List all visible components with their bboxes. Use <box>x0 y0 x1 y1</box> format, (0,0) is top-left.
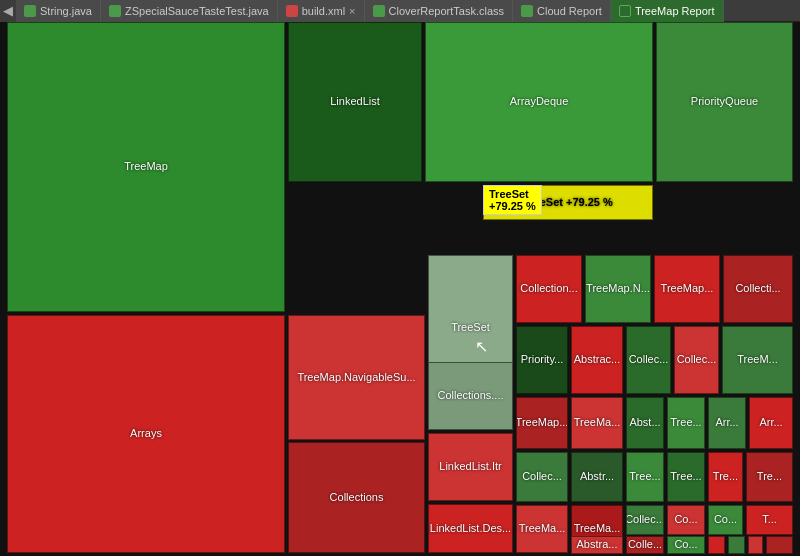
treemap-cell-tre2[interactable]: Tre... <box>746 452 793 502</box>
tab-zspecial[interactable]: ZSpecialSauceTasteTest.java <box>101 0 278 22</box>
tab-bar: ◀ String.java ZSpecialSauceTasteTest.jav… <box>0 0 800 22</box>
treemap-cell-treem1[interactable]: TreeM... <box>722 326 793 394</box>
treemap-cell-arr2[interactable]: Arr... <box>749 397 793 449</box>
tab-treemap-report[interactable]: TreeMap Report <box>611 0 724 22</box>
treemap-cell-linkedlist-itr[interactable]: LinkedList.Itr <box>428 433 513 501</box>
treemap-cell-linkedlist-des[interactable]: LinkedList.Des... <box>428 504 513 553</box>
treemap-cell-priorityqueue[interactable]: PriorityQueue <box>656 22 793 182</box>
treemap-cell-collections-dot[interactable]: Collections.... <box>428 362 513 430</box>
treemap-cell-treemap-main[interactable]: TreeMap <box>7 22 285 312</box>
treemap-cell-co2[interactable]: Co... <box>708 505 743 535</box>
treemap-cell-collec3[interactable]: Collec... <box>516 452 568 502</box>
treemap-cell-arrays[interactable]: Arrays <box>7 315 285 553</box>
treemap-cell-collections-big[interactable]: Collections <box>288 442 425 553</box>
treemap-cell-treemap-dot1[interactable]: TreeMap... <box>654 255 720 323</box>
treemap-cell-small1[interactable] <box>708 536 725 554</box>
treemap-cell-tree1[interactable]: Tree... <box>667 397 705 449</box>
treemap-cell-colle5[interactable]: Colle... <box>626 536 664 554</box>
treemap-cell-treemap-nav-su[interactable]: TreeMap.NavigableSu... <box>288 315 425 440</box>
treemap-cell-t1[interactable]: T... <box>746 505 793 535</box>
tab-string-java[interactable]: String.java <box>16 0 101 22</box>
treemap-cell-small4[interactable] <box>766 536 793 554</box>
tab-build-xml[interactable]: build.xml <box>278 0 365 22</box>
treemap-cell-small2[interactable] <box>728 536 745 554</box>
treemap-cell-treemap-dot2[interactable]: TreeMap... <box>516 397 568 449</box>
treemap-cell-tre1[interactable]: Tre... <box>708 452 743 502</box>
treemap-cell-collection-dot1[interactable]: Collection... <box>516 255 582 323</box>
treemap-cell-abstract-dot[interactable]: Abstrac... <box>571 326 623 394</box>
treemap-cell-treemap-n1[interactable]: TreeMap.N... <box>585 255 651 323</box>
treemap-cell-co3[interactable]: Co... <box>667 536 705 554</box>
treemap-cell-treema1[interactable]: TreeMa... <box>571 397 623 449</box>
treemap-cell-abst1[interactable]: Abst... <box>626 397 664 449</box>
tab-clover[interactable]: CloverReportTask.class <box>365 0 514 22</box>
treemap-cell-arraydeque[interactable]: ArrayDeque <box>425 22 653 182</box>
treemap-cell-priority-dot[interactable]: Priority... <box>516 326 568 394</box>
tab-cloud-report[interactable]: Cloud Report <box>513 0 611 22</box>
tab-nav-prev[interactable]: ◀ <box>0 0 16 22</box>
treemap-cell-abstra2[interactable]: Abstra... <box>571 536 623 554</box>
treemap-cell-collec2[interactable]: Collec... <box>674 326 719 394</box>
treemap-cell-tree2[interactable]: Tree... <box>626 452 664 502</box>
treemap-cell-treema2[interactable]: TreeMa... <box>516 505 568 553</box>
treemap-container: TreeMapLinkedListArrayDequePriorityQueue… <box>0 22 800 556</box>
treemap-cell-co1[interactable]: Co... <box>667 505 705 535</box>
treemap-cell-arr1[interactable]: Arr... <box>708 397 746 449</box>
treemap-cell-linkedlist[interactable]: LinkedList <box>288 22 422 182</box>
treemap-cell-collec1[interactable]: Collec... <box>626 326 671 394</box>
treemap-cell-tree3[interactable]: Tree... <box>667 452 705 502</box>
treemap-cell-collec4[interactable]: Collec... <box>626 505 664 535</box>
treemap-cell-small3[interactable] <box>748 536 763 554</box>
treemap-cell-collecti1[interactable]: Collecti... <box>723 255 793 323</box>
treemap-cell-abstr2[interactable]: Abstr... <box>571 452 623 502</box>
treemap-cell-treeset-tooltip[interactable]: TreeSet +79.25 % <box>483 185 653 220</box>
